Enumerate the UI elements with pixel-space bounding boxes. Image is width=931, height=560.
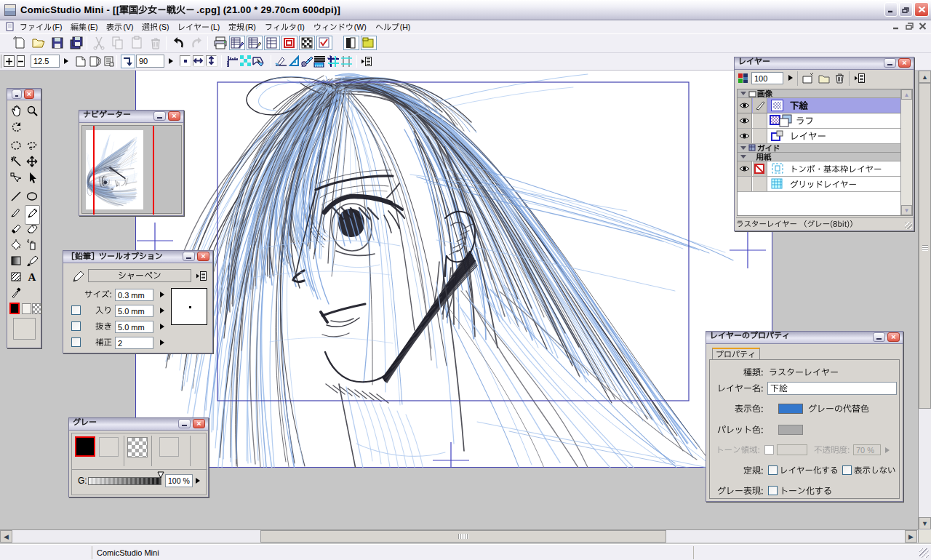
svg-text:A: A (28, 271, 36, 283)
